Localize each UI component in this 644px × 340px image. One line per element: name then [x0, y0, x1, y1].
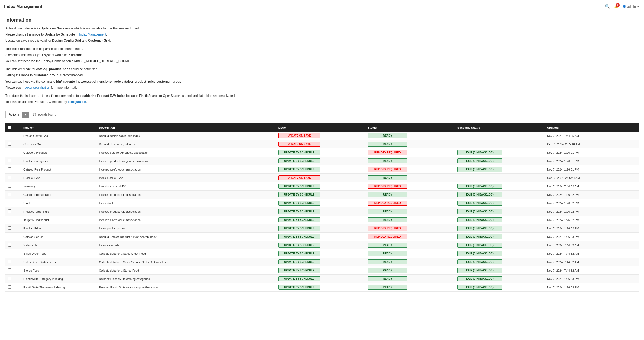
status-badge: READY: [368, 209, 407, 214]
mode-badge[interactable]: UPDATE BY SCHEDULE: [278, 184, 320, 189]
info-group-3: The indexer mode for catalog_product_pri…: [5, 67, 639, 90]
row-status: READY: [365, 157, 455, 165]
status-badge: REINDEX REQUIRED: [368, 150, 407, 155]
row-checkbox[interactable]: [8, 285, 11, 289]
row-indexer: ElasticSuite Thesaurus Indexing: [21, 283, 96, 292]
row-updated: Nov 7, 2024, 1:26:01 PM: [544, 157, 639, 165]
status-badge: READY: [368, 285, 407, 290]
row-checkbox-cell: [5, 283, 21, 292]
mode-badge[interactable]: UPDATE BY SCHEDULE: [278, 243, 320, 248]
row-indexer: Design Config Grid: [21, 132, 96, 140]
mode-badge[interactable]: UPDATE BY SCHEDULE: [278, 150, 320, 155]
col-header-mode: Mode: [276, 123, 365, 132]
row-status: READY: [365, 132, 455, 140]
row-checkbox[interactable]: [8, 201, 11, 204]
row-checkbox[interactable]: [8, 151, 11, 154]
row-indexer: Product Price: [21, 224, 96, 233]
row-schedule: IDLE (0 IN BACKLOG): [455, 249, 544, 258]
mode-badge[interactable]: UPDATE BY SCHEDULE: [278, 158, 320, 163]
row-checkbox[interactable]: [8, 277, 11, 280]
mode-badge[interactable]: UPDATE BY SCHEDULE: [278, 259, 320, 264]
schedule-badge: IDLE (0 IN BACKLOG): [457, 150, 502, 155]
row-schedule: [455, 140, 544, 148]
mode-badge[interactable]: UPDATE BY SCHEDULE: [278, 167, 320, 172]
schedule-badge: IDLE (0 IN BACKLOG): [457, 184, 502, 189]
row-checkbox[interactable]: [8, 226, 11, 230]
schedule-badge: IDLE (0 IN BACKLOG): [457, 226, 502, 231]
schedule-badge: IDLE (0 IN BACKLOG): [457, 276, 502, 281]
row-schedule: IDLE (0 IN BACKLOG): [455, 199, 544, 207]
row-checkbox[interactable]: [8, 218, 11, 221]
col-header-indexer[interactable]: Indexer: [21, 123, 96, 132]
row-checkbox[interactable]: [8, 184, 11, 188]
schedule-badge: IDLE (0 IN BACKLOG): [457, 259, 502, 264]
mode-badge[interactable]: UPDATE BY SCHEDULE: [278, 285, 320, 290]
row-schedule: IDLE (0 IN BACKLOG): [455, 258, 544, 266]
row-checkbox[interactable]: [8, 142, 11, 146]
mode-badge[interactable]: UPDATE BY SCHEDULE: [278, 209, 320, 214]
row-description: Rebuild design config grid index: [96, 132, 275, 140]
row-checkbox-cell: [5, 224, 21, 233]
row-mode: UPDATE BY SCHEDULE: [276, 157, 365, 165]
row-schedule: IDLE (0 IN BACKLOG): [455, 216, 544, 224]
mode-badge[interactable]: UPDATE BY SCHEDULE: [278, 276, 320, 281]
index-management-link[interactable]: Index Management: [79, 33, 106, 36]
row-schedule: IDLE (0 IN BACKLOG): [455, 275, 544, 283]
mode-badge[interactable]: UPDATE BY SCHEDULE: [278, 268, 320, 273]
table-row: Design Config GridRebuild design config …: [5, 132, 639, 140]
row-checkbox[interactable]: [8, 252, 11, 255]
row-checkbox[interactable]: [8, 176, 11, 179]
records-count: 19 records found: [32, 113, 56, 116]
row-checkbox[interactable]: [8, 134, 11, 137]
configuration-link[interactable]: configuration: [68, 100, 86, 104]
mode-badge[interactable]: UPDATE BY SCHEDULE: [278, 201, 320, 206]
row-checkbox[interactable]: [8, 260, 11, 263]
row-checkbox[interactable]: [8, 209, 11, 213]
select-all-header[interactable]: [5, 123, 21, 132]
row-checkbox[interactable]: [8, 159, 11, 162]
row-updated: Oct 16, 2024, 2:55:40 AM: [544, 140, 639, 148]
row-description: Indexed product/rule association: [96, 207, 275, 216]
mode-badge[interactable]: UPDATE BY SCHEDULE: [278, 217, 320, 222]
row-status: REINDEX REQUIRED: [365, 182, 455, 191]
select-all-checkbox[interactable]: [8, 126, 11, 129]
mode-badge[interactable]: UPDATE ON SAVE: [278, 175, 320, 180]
row-updated: Nov 7, 2024, 7:44:32 AM: [544, 266, 639, 275]
row-checkbox-cell: [5, 132, 21, 140]
actions-dropdown[interactable]: Actions ▼: [5, 111, 29, 118]
row-mode: UPDATE BY SCHEDULE: [276, 275, 365, 283]
row-description: Inventory index (MSI): [96, 182, 275, 191]
search-icon[interactable]: 🔍: [605, 4, 610, 9]
row-checkbox[interactable]: [8, 235, 11, 238]
row-mode: UPDATE BY SCHEDULE: [276, 216, 365, 224]
actions-arrow-icon: ▼: [22, 112, 29, 118]
info-parallel-2: A recommendation for your system would b…: [5, 53, 639, 58]
mode-badge[interactable]: UPDATE BY SCHEDULE: [278, 234, 320, 239]
mode-badge[interactable]: UPDATE ON SAVE: [278, 142, 320, 147]
row-schedule: IDLE (0 IN BACKLOG): [455, 233, 544, 241]
mode-badge[interactable]: UPDATE BY SCHEDULE: [278, 192, 320, 197]
schedule-badge: IDLE (0 IN BACKLOG): [457, 234, 502, 239]
mode-badge[interactable]: UPDATE ON SAVE: [278, 133, 320, 138]
row-checkbox[interactable]: [8, 268, 11, 272]
row-checkbox-cell: [5, 174, 21, 182]
mode-badge[interactable]: UPDATE BY SCHEDULE: [278, 251, 320, 256]
mode-badge[interactable]: UPDATE BY SCHEDULE: [278, 226, 320, 231]
table-row: Product PriceIndex product pricesUPDATE …: [5, 224, 639, 233]
row-checkbox[interactable]: [8, 193, 11, 196]
user-menu[interactable]: 👤 admin ▼: [622, 5, 640, 8]
row-checkbox[interactable]: [8, 167, 11, 171]
main-content: Information At least one indexer is in U…: [0, 13, 644, 340]
row-indexer: Sales Order Statuses Feed: [21, 258, 96, 266]
status-badge: REINDEX REQUIRED: [368, 167, 407, 172]
notification-badge[interactable]: 🔔 4: [614, 5, 618, 8]
row-status: REINDEX REQUIRED: [365, 233, 455, 241]
actions-label: Actions: [6, 111, 22, 118]
indexer-optimization-link[interactable]: Indexer optimization: [22, 86, 50, 89]
row-checkbox[interactable]: [8, 243, 11, 247]
row-indexer: Product EAV: [21, 174, 96, 182]
row-schedule: IDLE (0 IN BACKLOG): [455, 165, 544, 174]
app-header: Index Management 🔍 🔔 4 👤 admin ▼: [0, 0, 644, 13]
row-mode: UPDATE BY SCHEDULE: [276, 249, 365, 258]
table-row: Catalog Product RuleIndexed product/rule…: [5, 191, 639, 199]
